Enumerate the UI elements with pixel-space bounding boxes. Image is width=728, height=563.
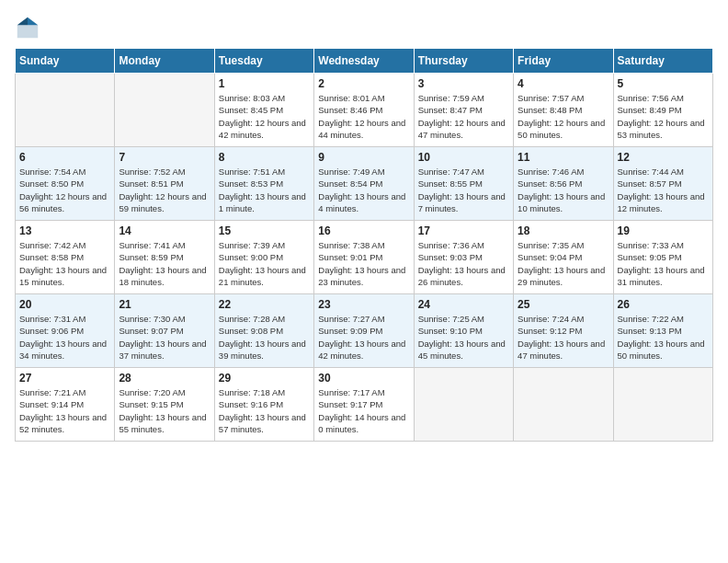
day-number: 21 [119,298,210,311]
cell-content: Sunrise: 7:33 AMSunset: 9:05 PMDaylight:… [618,239,709,288]
cell-content: Sunrise: 7:54 AMSunset: 8:50 PMDaylight:… [19,166,110,214]
svg-marker-1 [28,17,38,25]
calendar-cell: 1Sunrise: 8:03 AMSunset: 8:45 PMDaylight… [214,74,313,147]
day-number: 25 [518,298,609,311]
calendar-cell: 7Sunrise: 7:52 AMSunset: 8:51 PMDaylight… [115,147,214,221]
week-row-4: 20Sunrise: 7:31 AMSunset: 9:06 PMDayligh… [16,294,713,368]
calendar-cell: 29Sunrise: 7:18 AMSunset: 9:16 PMDayligh… [214,368,313,442]
calendar-cell: 24Sunrise: 7:25 AMSunset: 9:10 PMDayligh… [414,294,513,368]
column-header-sunday: Sunday [16,49,115,74]
day-number: 7 [119,151,210,164]
calendar-cell: 21Sunrise: 7:30 AMSunset: 9:07 PMDayligh… [115,294,214,368]
calendar-cell: 4Sunrise: 7:57 AMSunset: 8:48 PMDaylight… [514,74,613,147]
calendar-cell: 15Sunrise: 7:39 AMSunset: 9:00 PMDayligh… [214,221,313,294]
day-number: 20 [19,298,110,311]
week-row-1: 1Sunrise: 8:03 AMSunset: 8:45 PMDaylight… [16,74,713,147]
calendar-table: SundayMondayTuesdayWednesdayThursdayFrid… [15,48,713,442]
day-number: 23 [318,298,409,311]
day-number: 17 [418,224,509,237]
day-number: 19 [618,224,709,237]
header-row: SundayMondayTuesdayWednesdayThursdayFrid… [16,49,713,74]
cell-content: Sunrise: 7:20 AMSunset: 9:15 PMDaylight:… [119,386,210,435]
calendar-cell [115,74,214,147]
cell-content: Sunrise: 7:27 AMSunset: 9:09 PMDaylight:… [318,313,409,362]
cell-content: Sunrise: 7:24 AMSunset: 9:12 PMDaylight:… [518,313,609,362]
calendar-cell: 14Sunrise: 7:41 AMSunset: 8:59 PMDayligh… [115,221,214,294]
cell-content: Sunrise: 7:41 AMSunset: 8:59 PMDaylight:… [119,239,210,288]
logo-icon [15,15,40,40]
column-header-thursday: Thursday [414,49,513,74]
week-row-3: 13Sunrise: 7:42 AMSunset: 8:58 PMDayligh… [16,221,713,294]
cell-content: Sunrise: 7:30 AMSunset: 9:07 PMDaylight:… [119,313,210,362]
day-number: 27 [19,372,110,385]
cell-content: Sunrise: 7:47 AMSunset: 8:55 PMDaylight:… [418,166,509,214]
day-number: 14 [119,224,210,237]
calendar-cell: 22Sunrise: 7:28 AMSunset: 9:08 PMDayligh… [214,294,313,368]
day-number: 29 [219,372,310,385]
cell-content: Sunrise: 7:57 AMSunset: 8:48 PMDaylight:… [518,92,609,141]
column-header-tuesday: Tuesday [214,49,313,74]
cell-content: Sunrise: 7:36 AMSunset: 9:03 PMDaylight:… [418,239,509,288]
day-number: 16 [318,224,409,237]
calendar-cell: 27Sunrise: 7:21 AMSunset: 9:14 PMDayligh… [16,368,115,442]
calendar-cell: 23Sunrise: 7:27 AMSunset: 9:09 PMDayligh… [314,294,414,368]
column-header-monday: Monday [115,49,214,74]
day-number: 13 [19,224,110,237]
calendar-cell: 9Sunrise: 7:49 AMSunset: 8:54 PMDaylight… [314,147,414,221]
calendar-cell: 28Sunrise: 7:20 AMSunset: 9:15 PMDayligh… [115,368,214,442]
day-number: 30 [318,372,409,385]
day-number: 12 [618,151,709,164]
calendar-cell [613,368,712,442]
svg-rect-3 [17,25,38,38]
calendar-cell: 2Sunrise: 8:01 AMSunset: 8:46 PMDaylight… [314,74,414,147]
day-number: 5 [618,77,709,90]
cell-content: Sunrise: 8:01 AMSunset: 8:46 PMDaylight:… [318,92,409,141]
day-number: 10 [418,151,509,164]
calendar-cell: 5Sunrise: 7:56 AMSunset: 8:49 PMDaylight… [613,74,712,147]
cell-content: Sunrise: 7:28 AMSunset: 9:08 PMDaylight:… [219,313,310,362]
calendar-cell: 8Sunrise: 7:51 AMSunset: 8:53 PMDaylight… [214,147,313,221]
cell-content: Sunrise: 7:22 AMSunset: 9:13 PMDaylight:… [618,313,709,362]
column-header-friday: Friday [514,49,613,74]
column-header-saturday: Saturday [613,49,712,74]
calendar-cell [414,368,513,442]
calendar-cell: 12Sunrise: 7:44 AMSunset: 8:57 PMDayligh… [613,147,712,221]
day-number: 22 [219,298,310,311]
day-number: 11 [518,151,609,164]
day-number: 3 [418,77,509,90]
day-number: 8 [219,151,310,164]
day-number: 26 [618,298,709,311]
cell-content: Sunrise: 7:51 AMSunset: 8:53 PMDaylight:… [219,166,310,214]
cell-content: Sunrise: 7:52 AMSunset: 8:51 PMDaylight:… [119,166,210,214]
cell-content: Sunrise: 7:49 AMSunset: 8:54 PMDaylight:… [318,166,409,214]
day-number: 1 [219,77,310,90]
logo [15,15,44,40]
page-header [15,15,713,40]
calendar-cell: 10Sunrise: 7:47 AMSunset: 8:55 PMDayligh… [414,147,513,221]
column-header-wednesday: Wednesday [314,49,414,74]
cell-content: Sunrise: 7:35 AMSunset: 9:04 PMDaylight:… [518,239,609,288]
calendar-cell: 26Sunrise: 7:22 AMSunset: 9:13 PMDayligh… [613,294,712,368]
calendar-cell: 16Sunrise: 7:38 AMSunset: 9:01 PMDayligh… [314,221,414,294]
cell-content: Sunrise: 7:46 AMSunset: 8:56 PMDaylight:… [518,166,609,214]
cell-content: Sunrise: 7:25 AMSunset: 9:10 PMDaylight:… [418,313,509,362]
cell-content: Sunrise: 7:21 AMSunset: 9:14 PMDaylight:… [19,386,110,435]
cell-content: Sunrise: 7:38 AMSunset: 9:01 PMDaylight:… [318,239,409,288]
calendar-cell: 25Sunrise: 7:24 AMSunset: 9:12 PMDayligh… [514,294,613,368]
cell-content: Sunrise: 7:42 AMSunset: 8:58 PMDaylight:… [19,239,110,288]
day-number: 15 [219,224,310,237]
cell-content: Sunrise: 7:56 AMSunset: 8:49 PMDaylight:… [618,92,709,141]
calendar-cell: 11Sunrise: 7:46 AMSunset: 8:56 PMDayligh… [514,147,613,221]
cell-content: Sunrise: 8:03 AMSunset: 8:45 PMDaylight:… [219,92,310,141]
cell-content: Sunrise: 7:18 AMSunset: 9:16 PMDaylight:… [219,386,310,435]
day-number: 24 [418,298,509,311]
calendar-cell: 20Sunrise: 7:31 AMSunset: 9:06 PMDayligh… [16,294,115,368]
day-number: 28 [119,372,210,385]
day-number: 18 [518,224,609,237]
cell-content: Sunrise: 7:44 AMSunset: 8:57 PMDaylight:… [618,166,709,214]
week-row-2: 6Sunrise: 7:54 AMSunset: 8:50 PMDaylight… [16,147,713,221]
calendar-cell: 18Sunrise: 7:35 AMSunset: 9:04 PMDayligh… [514,221,613,294]
calendar-cell: 30Sunrise: 7:17 AMSunset: 9:17 PMDayligh… [314,368,414,442]
day-number: 9 [318,151,409,164]
calendar-cell [514,368,613,442]
